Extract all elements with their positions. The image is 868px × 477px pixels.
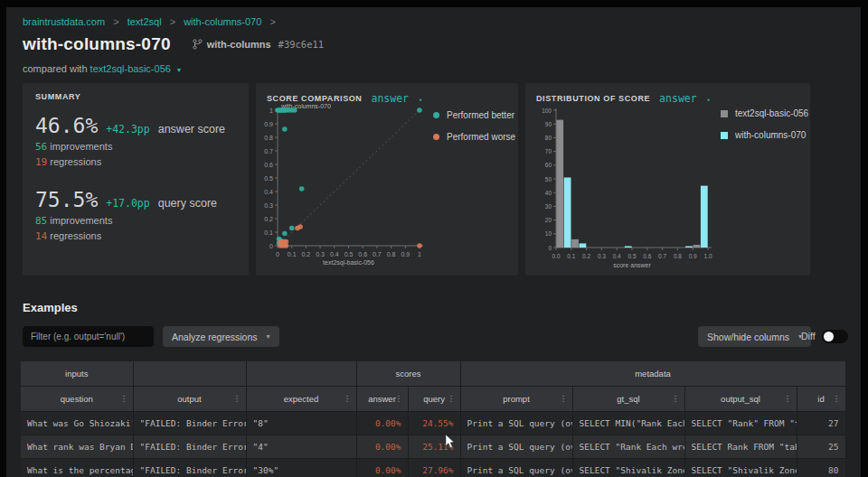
svg-text:0.9: 0.9 [689, 253, 697, 259]
svg-text:50: 50 [545, 176, 552, 182]
cell-output-sql[interactable]: SELECT "Shivalik Zone"/(… [684, 458, 797, 477]
svg-text:0.4: 0.4 [613, 253, 621, 259]
score-comparison-title: SCORE COMPARISON [267, 94, 362, 103]
column-menu-icon[interactable]: ⋮ [672, 394, 680, 403]
cell-prompt[interactable]: Print a SQL query (over … [460, 458, 572, 477]
cell-id[interactable]: 27 [797, 411, 845, 435]
column-header-query[interactable]: query⋮ [408, 386, 460, 411]
cell-gt-sql[interactable]: SELECT "Shivalik Zone" F… [572, 458, 684, 477]
svg-text:60: 60 [545, 162, 552, 168]
cell-expected[interactable]: "30%" [246, 458, 356, 477]
cell-output[interactable]: "FAILED: Binder Error: R… [133, 435, 246, 458]
legend-label: Performed better [447, 110, 514, 120]
compared-link[interactable]: text2sql-basic-056 [90, 63, 171, 74]
table-row[interactable]: What was Go Shiozaki's r… "FAILED: Binde… [21, 411, 845, 435]
breadcrumb-link-home[interactable]: braintrustdata.com [23, 16, 105, 27]
column-header-output-sql[interactable]: output_sql⋮ [684, 386, 797, 411]
cell-expected[interactable]: "8" [246, 411, 356, 435]
improvements-label: improvements [50, 215, 112, 226]
column-menu-icon[interactable]: ⋮ [233, 394, 241, 403]
cell-query-score[interactable]: 27.96% [408, 458, 460, 477]
cell-prompt[interactable]: Print a SQL query (over … [460, 411, 572, 435]
cell-question[interactable]: What rank was Bryan Dani… [21, 435, 133, 458]
cell-output[interactable]: "FAILED: Binder Error: R… [133, 411, 246, 435]
svg-text:0.7: 0.7 [658, 253, 666, 259]
chart-legend: text2sql-basic-056 with-columns-070 [721, 108, 808, 140]
legend-item: with-columns-070 [721, 130, 808, 140]
cell-output[interactable]: "FAILED: Binder Error: N… [133, 458, 246, 477]
diff-toggle[interactable] [822, 330, 848, 343]
query-score-label: query score [158, 197, 217, 210]
query-score-delta: +17.0pp [106, 197, 149, 210]
answer-score-label: answer score [158, 123, 225, 136]
cell-question[interactable]: What was Go Shiozaki's r… [21, 411, 133, 435]
toggle-knob [824, 332, 834, 341]
git-branch-icon [193, 39, 203, 50]
legend-label: with-columns-070 [735, 130, 806, 140]
legend-item: Performed better [433, 110, 515, 120]
svg-text:0.3: 0.3 [598, 253, 606, 259]
score-comparison-panel: SCORE COMPARISON answer ▾ 000.10.10.20.2… [256, 83, 518, 276]
column-header-id[interactable]: id⋮ [797, 386, 845, 411]
cell-query-score[interactable]: 25.11% [408, 435, 460, 458]
column-header-answer[interactable]: answer⋮ [356, 386, 408, 411]
cell-answer-score[interactable]: 0.00% [356, 435, 408, 458]
column-menu-icon[interactable]: ⋮ [833, 394, 841, 403]
svg-text:90: 90 [545, 121, 552, 127]
cell-prompt[interactable]: Print a SQL query (over … [460, 435, 572, 458]
summary-title: SUMMARY [35, 92, 236, 101]
examples-table: inputs scores metadata question⋮ output⋮… [21, 361, 846, 477]
caret-down-icon[interactable]: ▾ [177, 66, 181, 74]
cell-question[interactable]: What is the percentage o… [21, 458, 133, 477]
page-title: with-columns-070 [23, 34, 171, 54]
cell-gt-sql[interactable]: SELECT MIN("Rank Each wr… [572, 411, 684, 435]
branch-chip[interactable]: with-columns #39c6e11 [193, 39, 324, 50]
cell-id[interactable]: 25 [797, 435, 845, 458]
improvements-count: 56 [35, 141, 47, 153]
column-header-expected[interactable]: expected⋮ [246, 386, 356, 411]
analyze-regressions-button[interactable]: Analyze regressions ▾ [163, 326, 279, 347]
table-row[interactable]: What rank was Bryan Dani… "FAILED: Binde… [21, 435, 845, 458]
column-header-output[interactable]: output⋮ [133, 386, 246, 411]
commit-hash: #39c6e11 [278, 39, 325, 50]
branch-name: with-columns [207, 39, 271, 50]
cell-gt-sql[interactable]: SELECT "Rank Each wrestl… [572, 435, 684, 458]
column-menu-icon[interactable]: ⋮ [560, 394, 568, 403]
svg-text:80: 80 [545, 135, 552, 141]
column-menu-icon[interactable]: ⋮ [784, 394, 792, 403]
cell-expected[interactable]: "4" [246, 435, 356, 458]
svg-text:100: 100 [542, 108, 552, 114]
column-header-prompt[interactable]: prompt⋮ [460, 386, 572, 411]
svg-text:0.0: 0.0 [552, 253, 560, 259]
breadcrumb-link-experiment[interactable]: with-columns-070 [184, 16, 261, 27]
column-menu-icon[interactable]: ⋮ [344, 394, 352, 403]
svg-text:0.7: 0.7 [373, 251, 382, 257]
column-menu-icon[interactable]: ⋮ [395, 394, 403, 403]
improvements-count: 85 [35, 215, 47, 227]
svg-text:0.4: 0.4 [330, 251, 339, 257]
filter-input[interactable] [23, 326, 154, 347]
column-menu-icon[interactable]: ⋮ [120, 394, 128, 403]
cell-id[interactable]: 80 [797, 458, 845, 477]
group-header-blank [133, 361, 246, 386]
column-header-gt-sql[interactable]: gt_sql⋮ [572, 386, 684, 411]
svg-text:0: 0 [276, 251, 279, 257]
legend-item: Performed worse [433, 132, 515, 142]
svg-text:20: 20 [545, 217, 552, 223]
show-hide-columns-button[interactable]: Show/hide columns ▾ [698, 326, 811, 347]
experiment-square-icon [721, 132, 728, 139]
cell-output-sql[interactable]: SELECT Rank FROM "table"… [684, 435, 797, 458]
cell-answer-score[interactable]: 0.00% [356, 411, 408, 435]
table-row[interactable]: What is the percentage o… "FAILED: Binde… [21, 458, 845, 477]
column-menu-icon[interactable]: ⋮ [448, 394, 456, 403]
svg-text:70: 70 [545, 148, 552, 154]
breadcrumb-link-project[interactable]: text2sql [127, 16, 162, 27]
cell-output-sql[interactable]: SELECT "Rank" FROM "tabl… [684, 411, 797, 435]
column-header-question[interactable]: question⋮ [21, 386, 133, 411]
cell-answer-score[interactable]: 0.00% [356, 458, 408, 477]
cell-query-score[interactable]: 24.55% [408, 411, 460, 435]
baseline-square-icon [721, 110, 728, 117]
svg-text:0.6: 0.6 [264, 162, 273, 168]
svg-text:0: 0 [269, 243, 273, 249]
svg-text:1: 1 [418, 251, 421, 257]
